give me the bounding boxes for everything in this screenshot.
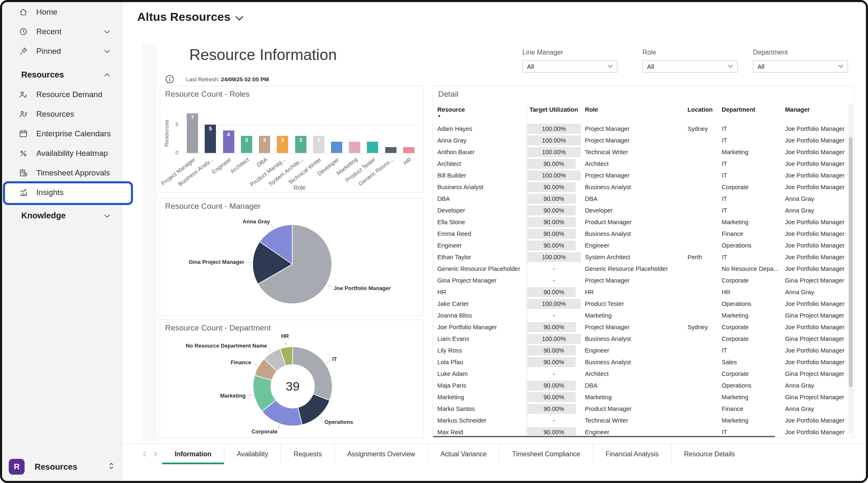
tab-resource-details[interactable]: Resource Details	[671, 444, 748, 464]
cell-resource: Lily Ross	[433, 345, 527, 356]
table-row[interactable]: Generic Resource Placeholder-Generic Res…	[433, 263, 849, 275]
table-row[interactable]: Gina Project Manager-Project ManagerCorp…	[433, 275, 849, 286]
table-row[interactable]: Anna Gray100.00%Project ManagerITJoe Por…	[433, 135, 849, 146]
line-manager-dropdown[interactable]: All	[522, 60, 617, 73]
table-row[interactable]: Anthon Bauer100.00%Technical WriterMarke…	[433, 146, 849, 158]
info-icon[interactable]	[165, 75, 174, 84]
tab-availability[interactable]: Availability	[224, 444, 281, 464]
table-row[interactable]: Maja Paris90.00%DBAOperationsAnna Gray	[433, 380, 849, 391]
tab-label: Availability	[237, 450, 268, 458]
table-row[interactable]: Ella Stone90.00%Product ManagerMarketing…	[433, 216, 849, 228]
sidebar-item-insights[interactable]: Insights	[2, 183, 122, 202]
table-row[interactable]: Max Reid90.00%EngineerITJoe Portfolio Ma…	[433, 426, 849, 435]
tab-nav-arrows	[122, 444, 162, 464]
table-row[interactable]: Marko Santos90.00%Product ManagerFinance…	[433, 403, 849, 415]
cell-util: 100.00%	[527, 135, 581, 146]
bar-marketing[interactable]	[349, 142, 360, 153]
column-header-resource[interactable]: Resource▲	[433, 105, 527, 118]
sidebar-item-enterprise-calendars[interactable]: Enterprise Calendars	[2, 124, 122, 143]
tab-actual-variance[interactable]: Actual Variance	[428, 444, 499, 464]
table-row[interactable]: Marketing90.00%MarketingMarketingGina Pr…	[433, 391, 849, 403]
table-row[interactable]: Developer90.00%DeveloperITAnna Gray	[433, 205, 849, 216]
chevron-down-icon[interactable]	[236, 16, 243, 21]
cell-resource: Anna Gray	[433, 135, 527, 146]
department-dropdown[interactable]: All	[753, 60, 848, 73]
cell-manager: Gina Project Manager	[781, 275, 849, 286]
table-row[interactable]: HR90.00%HRHRAnna Gray	[433, 286, 849, 298]
table-row[interactable]: Lily Ross90.00%EngineerITJoe Portfolio M…	[433, 345, 849, 356]
table-row[interactable]: Emma Reed90.00%Business AnalystFinanceJo…	[433, 228, 849, 240]
tab-assignments-overview[interactable]: Assignments Overview	[334, 444, 428, 464]
column-header-location[interactable]: Location	[683, 105, 717, 118]
cell-role: Project Manager	[581, 123, 683, 135]
table-row[interactable]: Business Analyst90.00%Business AnalystCo…	[433, 181, 849, 193]
cell-department: HR	[717, 286, 781, 298]
sidebar-item-availability-heatmap[interactable]: Availability Heatmap	[2, 143, 122, 163]
tab-information[interactable]: Information	[162, 444, 224, 464]
cell-util: 90.00%	[527, 228, 581, 240]
cell-location	[683, 403, 717, 415]
slice-label-marketing: Marketing	[220, 393, 246, 399]
bar-hr[interactable]	[403, 147, 414, 153]
tab-timesheet-compliance[interactable]: Timesheet Compliance	[499, 444, 592, 464]
table-row[interactable]: Jake Carter100.00%Product TesterOperatio…	[433, 298, 849, 310]
cell-resource: Liam Evans	[433, 333, 527, 345]
sidebar-item-resources[interactable]: Resources	[2, 104, 122, 124]
role-dropdown[interactable]: All	[642, 60, 738, 73]
cell-location	[683, 380, 717, 391]
cell-manager: Joe Portfolio Manager	[781, 228, 849, 240]
cell-department: Corporate	[717, 333, 781, 345]
label-leader-line	[286, 341, 286, 346]
cell-role: Project Manager	[581, 170, 683, 181]
cell-util: 90.00%	[527, 403, 581, 415]
tab-requests[interactable]: Requests	[281, 444, 334, 464]
sidebar-section-resources[interactable]: Resources	[2, 65, 122, 85]
manager-pie-chart-card: Resource Count - Manager Joe Portfolio M…	[160, 198, 424, 316]
cell-location	[683, 286, 717, 298]
bar-developer[interactable]	[331, 142, 342, 153]
bar-product-tester[interactable]	[367, 142, 378, 153]
table-row[interactable]: Markus Schneider-Technical WriterMarketi…	[433, 415, 849, 426]
column-header-department[interactable]: Department	[717, 105, 781, 118]
column-header-target-utilization[interactable]: Target Utilization	[527, 105, 581, 118]
sidebar-item-timesheet-approvals[interactable]: Timesheet Approvals	[2, 163, 122, 183]
sidebar-item-label: Enterprise Calendars	[36, 129, 110, 138]
cell-manager: Joe Portfolio Manager	[781, 170, 849, 181]
cell-resource: Generic Resource Placeholder	[433, 263, 527, 275]
sidebar-item-home[interactable]: Home	[2, 2, 122, 22]
expand-collapse-icon[interactable]	[107, 461, 116, 472]
tab-label: Information	[175, 450, 211, 458]
table-row[interactable]: Liam Evans100.00%Business AnalystCorpora…	[433, 333, 849, 345]
avatar[interactable]: R	[9, 459, 25, 475]
cell-manager: Joe Portfolio Manager	[781, 216, 849, 228]
cell-department: Marketing	[717, 310, 781, 321]
cell-manager: Joe Portfolio Manager	[781, 356, 849, 368]
table-row[interactable]: Ethan Taylor100.00%System ArchitectPerth…	[433, 251, 849, 263]
cell-resource: Emma Reed	[433, 228, 527, 240]
tab-financial-analysis[interactable]: Financial Analysis	[593, 444, 671, 464]
vertical-scrollbar-thumb[interactable]	[849, 137, 853, 387]
table-row[interactable]: Luke Adam-ArchitectCorporateGina Project…	[433, 368, 849, 380]
tabs-scroll-right-icon[interactable]	[152, 450, 159, 458]
cell-manager: Joe Portfolio Manager	[781, 321, 849, 333]
sidebar-item-recent[interactable]: Recent	[2, 22, 122, 41]
cell-manager: Joe Portfolio Manager	[781, 345, 849, 356]
sidebar-item-pinned[interactable]: Pinned	[2, 41, 122, 61]
table-row[interactable]: Joe Portfolio Manager90.00%Project Manag…	[433, 321, 849, 333]
table-row[interactable]: Bill Builder100.00%Project ManagerITJoe …	[433, 170, 849, 181]
table-row[interactable]: Joanna Bliss-MarketingMarketingGina Proj…	[433, 310, 849, 321]
slice-label-hr: HR	[281, 333, 289, 339]
cell-util: 90.00%	[527, 426, 581, 435]
table-row[interactable]: Engineer90.00%EngineerOperationsJoe Port…	[433, 240, 849, 251]
column-header-manager[interactable]: Manager	[781, 105, 849, 118]
sidebar-item-resource-demand[interactable]: Resource Demand	[2, 85, 122, 104]
tabs-scroll-left-icon[interactable]	[141, 450, 148, 458]
column-header-role[interactable]: Role	[581, 105, 683, 118]
sidebar-item-knowledge[interactable]: Knowledge	[2, 206, 122, 225]
table-row[interactable]: Adam Hayes100.00%Project ManagerSydneyIT…	[433, 123, 849, 135]
horizontal-scrollbar-thumb[interactable]	[433, 436, 775, 437]
table-row[interactable]: DBA90.00%DBAITAnna Gray	[433, 193, 849, 205]
table-row[interactable]: Architect90.00%ArchitectITJoe Portfolio …	[433, 158, 849, 170]
table-row[interactable]: Lola Pfau90.00%Business AnalystSalesJoe …	[433, 356, 849, 368]
bar-generic-resou[interactable]	[385, 147, 396, 153]
